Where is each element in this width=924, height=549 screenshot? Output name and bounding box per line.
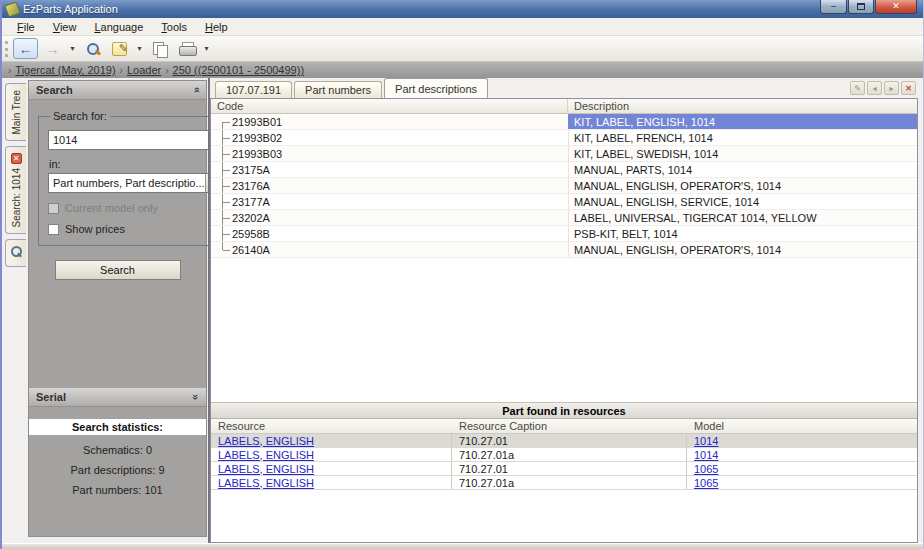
breadcrumb-separator-icon: › <box>120 65 123 76</box>
code-cell: 23177A <box>211 194 568 209</box>
statistics-line: Part numbers: 101 <box>29 484 206 504</box>
tree-branch-icon <box>215 242 232 257</box>
tree-branch-icon <box>215 210 232 225</box>
column-header-model[interactable]: Model <box>687 419 917 433</box>
in-label: in: <box>49 158 221 170</box>
search-for-combobox[interactable]: 1014 ▾ <box>48 130 221 150</box>
column-header-resource[interactable]: Resource <box>211 419 452 433</box>
statistics-line: Part descriptions: 9 <box>29 464 206 484</box>
resource-caption-cell: 710.27.01 <box>452 462 687 475</box>
notes-tool-button[interactable] <box>107 38 132 59</box>
minimize-button[interactable]: – <box>820 0 847 14</box>
table-row[interactable]: 23177AMANUAL, ENGLISH, SERVICE, 1014 <box>211 194 917 210</box>
search-in-combobox[interactable]: Part numbers, Part descriptio... ▾ <box>48 173 221 193</box>
table-row[interactable]: 26140AMANUAL, ENGLISH, OPERATOR'S, 1014 <box>211 242 917 258</box>
collapse-up-icon[interactable]: » <box>190 87 202 93</box>
tab-part-descriptions[interactable]: Part descriptions <box>384 78 488 98</box>
table-row[interactable]: 23176AMANUAL, ENGLISH, OPERATOR'S, 1014 <box>211 178 917 194</box>
resource-link[interactable]: LABELS, ENGLISH <box>218 477 314 489</box>
side-tab-search[interactable]: ✕ Search: 1014 <box>5 146 26 234</box>
edit-tab-button[interactable]: ✎ <box>850 81 865 95</box>
search-panel-header[interactable]: Search » <box>29 81 206 100</box>
search-for-groupbox: Search for: 1014 ▾ in: Part numbers, Par… <box>38 110 231 246</box>
column-header-resource-caption[interactable]: Resource Caption <box>452 419 687 433</box>
search-button[interactable]: Search <box>55 260 181 280</box>
resource-link[interactable]: LABELS, ENGLISH <box>218 463 314 475</box>
toolbar: ← → ▾ ▾ ▾ <box>2 36 923 62</box>
model-link[interactable]: 1065 <box>694 463 718 475</box>
side-tab-strip: Main Tree ✕ Search: 1014 <box>2 78 26 543</box>
resource-link[interactable]: LABELS, ENGLISH <box>218 435 314 447</box>
breadcrumb-link-tigercat-may-2019[interactable]: Tigercat (May, 2019) <box>15 64 115 76</box>
printer-icon <box>179 42 195 56</box>
menu-help[interactable]: Help <box>196 19 237 35</box>
table-row[interactable]: LABELS, ENGLISH710.27.011014 <box>211 434 917 448</box>
parts-table-filler <box>211 258 917 402</box>
menu-view[interactable]: View <box>44 19 86 35</box>
search-tool-button[interactable] <box>80 38 105 59</box>
copy-tool-button[interactable] <box>147 38 172 59</box>
column-header-description[interactable]: Description <box>568 99 917 113</box>
table-row[interactable]: LABELS, ENGLISH710.27.01a1014 <box>211 448 917 462</box>
model-link[interactable]: 1065 <box>694 477 718 489</box>
current-model-checkbox[interactable]: Current model only <box>48 202 221 214</box>
search-statistics: Schematics: 0Part descriptions: 9Part nu… <box>29 435 206 504</box>
menu-tools[interactable]: Tools <box>152 19 196 35</box>
forward-button[interactable]: → <box>40 38 65 59</box>
serial-panel-header[interactable]: Serial » <box>29 388 206 407</box>
table-row[interactable]: 21993B03KIT, LABEL, SWEDISH, 1014 <box>211 146 917 162</box>
tab-part-numbers[interactable]: Part numbers <box>294 81 382 98</box>
breadcrumb-link-250-2500101-2500499[interactable]: 250 ((2500101 - 2500499)) <box>173 64 304 76</box>
show-prices-checkbox[interactable]: Show prices <box>48 223 221 235</box>
maximize-button[interactable] <box>848 0 874 14</box>
close-search-tab-icon[interactable]: ✕ <box>11 153 22 164</box>
menu-language[interactable]: Language <box>85 19 152 35</box>
table-row[interactable]: LABELS, ENGLISH710.27.011065 <box>211 462 917 476</box>
resource-link[interactable]: LABELS, ENGLISH <box>218 449 314 461</box>
dropdown-icon: ▾ <box>204 44 208 53</box>
code-cell: 23176A <box>211 178 568 193</box>
side-tab-main-tree[interactable]: Main Tree <box>5 83 26 141</box>
prev-tab-button[interactable]: ◂ <box>867 81 882 95</box>
code-cell: 21993B01 <box>211 114 568 129</box>
table-row[interactable]: 23175AMANUAL, PARTS, 1014 <box>211 162 917 178</box>
table-row[interactable]: 23202ALABEL, UNIVERSAL, TIGERCAT 1014, Y… <box>211 210 917 226</box>
back-button[interactable]: ← <box>13 38 38 59</box>
close-button[interactable]: ✕ <box>875 0 917 14</box>
window-title: EzParts Application <box>23 3 118 15</box>
tab-107-07-191[interactable]: 107.07.191 <box>215 81 292 98</box>
breadcrumb: ›Tigercat (May, 2019)›Loader›250 ((25001… <box>2 62 923 78</box>
menu-file[interactable]: File <box>8 19 44 35</box>
sidebar-bottom-filler <box>29 504 206 536</box>
breadcrumb-separator-icon: › <box>8 65 11 76</box>
document-tab-strip: 107.07.191Part numbersPart descriptions … <box>210 78 918 98</box>
model-link[interactable]: 1014 <box>694 449 718 461</box>
table-row[interactable]: 21993B02KIT, LABEL, FRENCH, 1014 <box>211 130 917 146</box>
table-row[interactable]: 21993B01KIT, LABEL, ENGLISH, 1014 <box>211 114 917 130</box>
notepad-pencil-icon <box>112 42 127 56</box>
column-header-code[interactable]: Code <box>211 99 568 113</box>
side-tab-magnifier[interactable] <box>5 239 26 267</box>
back-dropdown-button[interactable]: ▾ <box>67 38 78 59</box>
resource-caption-cell: 710.27.01a <box>452 448 687 461</box>
search-statistics-title: Search statistics: <box>29 419 206 435</box>
collapse-down-icon[interactable]: » <box>190 394 202 400</box>
documents-icon <box>153 42 167 56</box>
table-row[interactable]: 25958BPSB-KIT, BELT, 1014 <box>211 226 917 242</box>
breadcrumb-link-loader[interactable]: Loader <box>127 64 161 76</box>
model-link[interactable]: 1014 <box>694 435 718 447</box>
table-row[interactable]: LABELS, ENGLISH710.27.01a1065 <box>211 476 917 490</box>
title-bar: EzParts Application – ✕ <box>2 0 923 18</box>
notes-dropdown-button[interactable]: ▾ <box>134 38 145 59</box>
next-tab-button[interactable]: ▸ <box>884 81 899 95</box>
resource-caption-cell: 710.27.01 <box>452 434 687 447</box>
combobox-value: Part numbers, Part descriptio... <box>49 177 205 189</box>
code-value: 23176A <box>232 180 270 192</box>
dropdown-icon: ▾ <box>137 44 141 53</box>
print-dropdown-button[interactable]: ▾ <box>201 38 212 59</box>
sidebar-spacer <box>29 280 206 388</box>
menu-bar: FileViewLanguageToolsHelp <box>2 18 923 36</box>
print-tool-button[interactable] <box>174 38 199 59</box>
close-tab-button[interactable]: ✕ <box>901 81 916 95</box>
code-cell: 26140A <box>211 242 568 257</box>
